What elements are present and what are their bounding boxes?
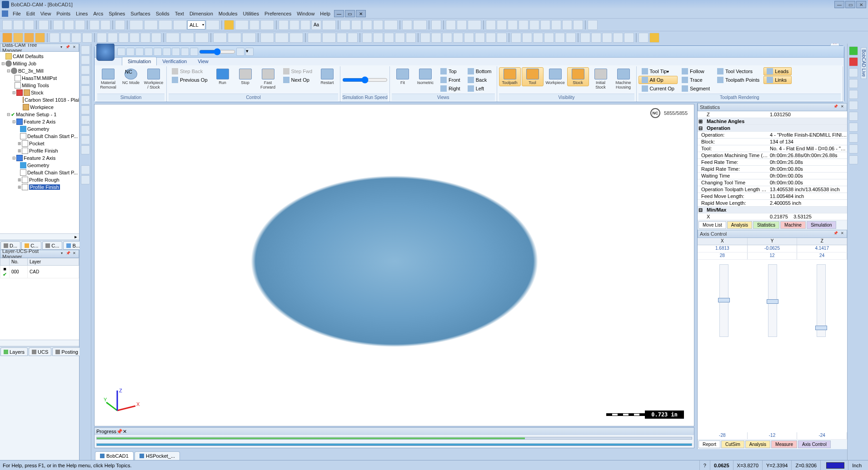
top-view-button[interactable]: Top (437, 67, 464, 75)
tab-analysis2[interactable]: Analysis (745, 440, 770, 448)
arrow-icon[interactable] (431, 20, 441, 30)
vt4-icon[interactable] (81, 75, 90, 84)
ribbon-tab-view[interactable]: View (192, 57, 214, 65)
a3-icon[interactable] (384, 33, 394, 43)
run-button[interactable]: Run (212, 67, 234, 86)
s7-icon[interactable] (119, 33, 129, 43)
snap-perp-icon[interactable] (540, 20, 550, 30)
initial-stock-button[interactable]: Initial Stock (590, 67, 612, 91)
mdi-close-button[interactable]: ✕ (356, 10, 366, 17)
s4-icon[interactable] (82, 33, 92, 43)
bool3-icon[interactable] (289, 33, 303, 43)
next-op-button[interactable]: Next Op (280, 76, 315, 84)
restart-button[interactable]: Restart (316, 67, 338, 86)
dim-icon[interactable] (279, 20, 289, 30)
ribbon-tab-simulation[interactable]: Simulation (122, 57, 157, 65)
rs-8-icon[interactable] (849, 144, 858, 153)
ucs3-icon[interactable] (533, 33, 543, 43)
trim-icon[interactable] (300, 20, 310, 30)
vt9-icon[interactable] (81, 125, 90, 134)
layer-combo[interactable]: ALL (187, 20, 205, 30)
step-back-button[interactable]: Step Back (169, 67, 211, 75)
sphere-icon[interactable] (2, 33, 12, 43)
qat-play-icon[interactable] (145, 48, 153, 56)
layers-tab[interactable]: Layers (0, 347, 28, 356)
block-icon[interactable] (322, 20, 336, 30)
win4-icon[interactable] (613, 33, 623, 43)
step-fwd-button[interactable]: Step Fwd (280, 67, 315, 75)
win5-icon[interactable] (624, 33, 634, 43)
front-view-button[interactable]: Front (437, 76, 464, 84)
grid3-icon[interactable] (362, 20, 372, 30)
vt13-icon[interactable] (81, 175, 90, 184)
paste-icon[interactable] (75, 20, 85, 30)
vt10-icon[interactable] (81, 135, 90, 144)
mdi-minimize-button[interactable]: — (334, 10, 344, 17)
tool-vectors-button[interactable]: Tool Vectors (714, 67, 763, 75)
rs-2-icon[interactable] (849, 79, 858, 88)
fit-button[interactable]: Fit (392, 67, 414, 86)
snap-cen-icon[interactable] (508, 20, 518, 30)
vt5-icon[interactable] (81, 85, 90, 94)
snap-near-icon[interactable] (562, 20, 572, 30)
menu-utilities[interactable]: Utilities (240, 10, 261, 17)
menu-text[interactable]: Text (172, 10, 187, 17)
vt12-icon[interactable] (81, 165, 90, 174)
rs-3-icon[interactable] (849, 90, 858, 99)
grid1-icon[interactable] (340, 20, 350, 30)
qat-restart-icon[interactable] (190, 48, 198, 56)
vt11-icon[interactable] (81, 145, 90, 154)
x-axis-slider[interactable] (719, 264, 728, 337)
bool2-icon[interactable] (275, 33, 289, 43)
mdi-restore-button[interactable]: ▭ (345, 10, 355, 17)
d2-icon[interactable] (431, 33, 441, 43)
a1-icon[interactable] (362, 33, 372, 43)
s10-icon[interactable] (151, 33, 161, 43)
d8-icon[interactable] (497, 33, 507, 43)
snap-end-icon[interactable] (486, 20, 496, 30)
menu-window[interactable]: Window (294, 10, 317, 17)
n1-icon[interactable] (308, 33, 321, 43)
tab-movelist[interactable]: Move List (698, 221, 726, 229)
tab-axis-control[interactable]: Axis Control (798, 440, 831, 448)
grid4-icon[interactable] (373, 20, 383, 30)
cone-icon[interactable] (24, 33, 34, 43)
menu-preferences[interactable]: Preferences (262, 10, 294, 17)
tab-simulation[interactable]: Simulation (807, 221, 836, 229)
cam-tree[interactable]: CAM Defaults ⊟Milling Job ⊟BC_3x_Mill Ha… (0, 52, 79, 233)
menu-lines[interactable]: Lines (73, 10, 90, 17)
material-removal-button[interactable]: Material Removal (97, 67, 119, 91)
pointer-icon[interactable] (115, 20, 125, 30)
s9-icon[interactable] (140, 33, 150, 43)
win1-icon[interactable] (580, 33, 590, 43)
a4-icon[interactable] (395, 33, 405, 43)
menu-modules[interactable]: Modules (216, 10, 240, 17)
machine-housing-button[interactable]: Machine Housing (613, 67, 634, 91)
qat-dd-icon[interactable]: ▾ (245, 48, 254, 56)
grid2-icon[interactable] (351, 20, 361, 30)
rs-5-icon[interactable] (849, 112, 858, 121)
segment-button[interactable]: Segment (678, 84, 713, 93)
tab-measure[interactable]: Measure (771, 440, 797, 448)
n4-icon[interactable] (348, 33, 358, 43)
ucs1-icon[interactable] (511, 33, 521, 43)
qat-cursor-icon[interactable] (236, 48, 244, 56)
layer-table[interactable]: No.Layer ■ ✔000CAD (0, 258, 79, 340)
render-icon[interactable] (639, 33, 649, 43)
vt8-icon[interactable] (81, 115, 90, 124)
snap-grid-icon[interactable] (573, 20, 583, 30)
back-view-button[interactable]: Back (464, 76, 495, 84)
menu-help[interactable]: Help (317, 10, 333, 17)
all-op-button[interactable]: All Op (639, 76, 678, 84)
tab-report[interactable]: Report (698, 440, 720, 448)
bool1-icon[interactable] (260, 33, 274, 43)
z-axis-slider[interactable] (817, 264, 826, 337)
isometric-button[interactable]: Isometric (414, 67, 436, 86)
close-button[interactable]: ✕ (856, 1, 866, 8)
workpiece-button[interactable]: Workpiece (544, 67, 566, 86)
progress-bar-1[interactable] (96, 437, 692, 440)
n3-icon[interactable] (337, 33, 347, 43)
snap-int-icon[interactable] (519, 20, 529, 30)
v2-icon[interactable] (180, 33, 194, 43)
menu-view[interactable]: View (38, 10, 54, 17)
